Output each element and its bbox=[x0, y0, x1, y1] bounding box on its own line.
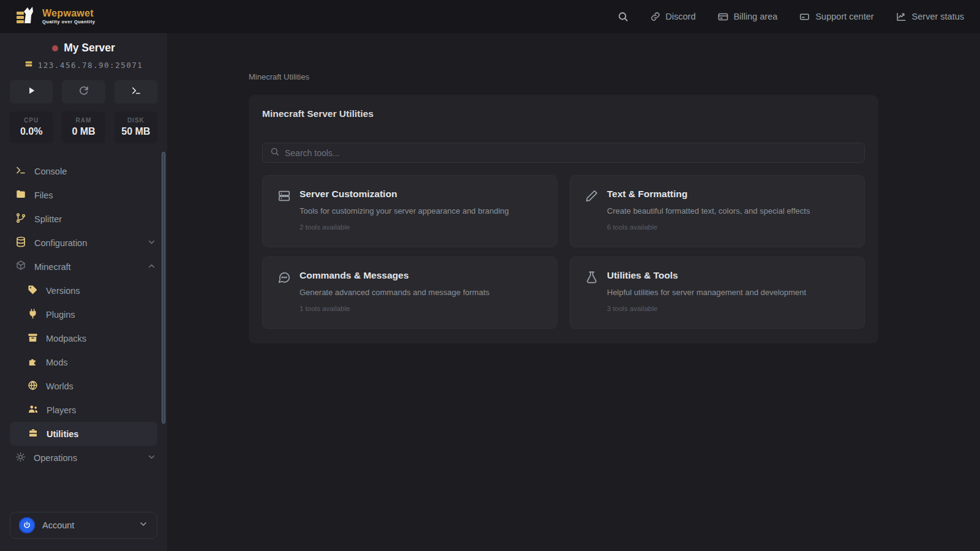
sidebar-item-operations[interactable]: Operations bbox=[0, 446, 167, 470]
sidebar-item-minecraft[interactable]: Minecraft bbox=[0, 255, 167, 279]
server-icon bbox=[277, 189, 291, 234]
sidebar-item-label: Configuration bbox=[34, 238, 87, 248]
topbar: Wepwawet Quality over Quantity Discord B… bbox=[0, 0, 980, 33]
cube-icon bbox=[15, 260, 26, 273]
logo-title: Wepwawet bbox=[42, 8, 95, 19]
sidebar-item-label: Plugins bbox=[46, 310, 75, 320]
archive-icon bbox=[28, 332, 38, 345]
gear-icon bbox=[15, 452, 26, 464]
terminal-icon bbox=[130, 85, 141, 99]
sidebar-item-label: Worlds bbox=[46, 381, 74, 391]
sidebar-item-utilities[interactable]: Utilities bbox=[10, 422, 157, 446]
chevron-down-icon bbox=[138, 519, 148, 531]
play-icon bbox=[26, 85, 37, 99]
sidebar-item-plugins[interactable]: Plugins bbox=[0, 302, 167, 326]
stat-label: DISK bbox=[117, 117, 155, 124]
pencil-icon bbox=[585, 189, 598, 234]
message-icon bbox=[277, 271, 291, 315]
card-title: Utilities & Tools bbox=[607, 270, 806, 281]
card-description: Tools for customizing your server appear… bbox=[300, 206, 509, 216]
wepwawet-logo-icon bbox=[16, 6, 37, 28]
card-server-customization[interactable]: Server Customization Tools for customizi… bbox=[262, 175, 557, 247]
git-branch-icon bbox=[15, 212, 26, 225]
card-description: Generate advanced commands and message f… bbox=[300, 288, 489, 297]
restart-button[interactable] bbox=[62, 80, 105, 103]
ram-stat: RAM 0 MB bbox=[62, 111, 105, 143]
support-icon bbox=[799, 12, 810, 22]
chevron-down-icon bbox=[147, 452, 156, 463]
sidebar-item-splitter[interactable]: Splitter bbox=[0, 207, 167, 231]
plug-icon bbox=[28, 309, 38, 321]
sidebar-item-label: Versions bbox=[46, 286, 80, 296]
server-status-dot bbox=[52, 45, 58, 51]
card-description: Helpful utilities for server management … bbox=[607, 288, 806, 297]
topnav-label: Server status bbox=[912, 12, 964, 21]
sidebar-item-label: Operations bbox=[34, 453, 77, 463]
search-input[interactable] bbox=[285, 148, 857, 158]
tag-icon bbox=[28, 285, 38, 297]
sidebar-item-label: Splitter bbox=[34, 214, 62, 224]
card-commands-messages[interactable]: Commands & Messages Generate advanced co… bbox=[262, 257, 557, 329]
server-stack-icon bbox=[24, 60, 33, 70]
chevron-down-icon bbox=[147, 238, 156, 249]
disk-stat: DISK 50 MB bbox=[115, 111, 157, 143]
account-menu[interactable]: Account bbox=[10, 512, 157, 539]
topnav-discord[interactable]: Discord bbox=[650, 12, 696, 21]
sidebar-item-versions[interactable]: Versions bbox=[0, 279, 167, 302]
card-text-formatting[interactable]: Text & Formatting Create beautiful forma… bbox=[570, 175, 865, 247]
stat-value: 0 MB bbox=[64, 126, 102, 137]
server-ip-text: 123.456.78.90:25071 bbox=[38, 61, 143, 70]
folder-icon bbox=[15, 189, 26, 201]
sidebar-item-files[interactable]: Files bbox=[0, 183, 167, 207]
sidebar-scrollbar[interactable] bbox=[162, 152, 165, 424]
start-button[interactable] bbox=[10, 80, 53, 103]
search-icon bbox=[270, 147, 279, 159]
card-tool-count: 6 tools available bbox=[607, 223, 810, 231]
database-icon bbox=[15, 236, 26, 249]
sidebar-item-console[interactable]: Console bbox=[0, 159, 167, 183]
flask-icon bbox=[585, 271, 598, 315]
utilities-panel: Minecraft Server Utilities Server Custom… bbox=[249, 95, 878, 343]
server-ip[interactable]: 123.456.78.90:25071 bbox=[0, 60, 167, 70]
chevron-up-icon bbox=[147, 261, 156, 272]
topnav-label: Billing area bbox=[734, 12, 778, 21]
main-content: Minecraft Utilities Minecraft Server Uti… bbox=[167, 33, 980, 551]
console-button[interactable] bbox=[115, 80, 157, 103]
account-label: Account bbox=[42, 520, 74, 530]
topnav-support[interactable]: Support center bbox=[799, 12, 873, 22]
topnav-server-status[interactable]: Server status bbox=[896, 12, 964, 22]
sidebar-item-label: Utilities bbox=[47, 429, 78, 439]
stat-label: CPU bbox=[12, 117, 50, 124]
tools-search[interactable] bbox=[262, 143, 865, 163]
sidebar-item-label: Modpacks bbox=[46, 334, 86, 343]
sidebar-item-label: Minecraft bbox=[34, 262, 71, 272]
sidebar-item-modpacks[interactable]: Modpacks bbox=[0, 326, 167, 350]
logo-tagline: Quality over Quantity bbox=[42, 20, 95, 25]
card-tool-count: 3 tools available bbox=[607, 305, 806, 312]
sidebar-item-configuration[interactable]: Configuration bbox=[0, 231, 167, 255]
sidebar-item-players[interactable]: Players bbox=[0, 398, 167, 422]
credit-card-icon bbox=[718, 12, 728, 22]
card-utilities-tools[interactable]: Utilities & Tools Helpful utilities for … bbox=[570, 257, 865, 329]
sidebar-item-label: Players bbox=[47, 405, 76, 415]
panel-title: Minecraft Server Utilities bbox=[262, 108, 865, 119]
link-icon bbox=[650, 12, 660, 21]
server-name: My Server bbox=[64, 42, 115, 54]
puzzle-icon bbox=[28, 356, 38, 369]
sidebar-item-mods[interactable]: Mods bbox=[0, 350, 167, 374]
stat-value: 50 MB bbox=[117, 126, 155, 137]
wepwawet-logo[interactable]: Wepwawet Quality over Quantity bbox=[16, 6, 95, 28]
chart-icon bbox=[896, 12, 907, 22]
stat-value: 0.0% bbox=[12, 126, 50, 137]
globe-icon bbox=[28, 380, 38, 392]
card-title: Server Customization bbox=[300, 189, 509, 200]
search-icon[interactable] bbox=[617, 11, 628, 22]
sidebar-item-worlds[interactable]: Worlds bbox=[0, 374, 167, 398]
topnav-label: Discord bbox=[666, 12, 696, 21]
topnav-billing[interactable]: Billing area bbox=[718, 12, 778, 22]
sidebar-item-label: Mods bbox=[46, 358, 67, 367]
terminal-icon bbox=[15, 165, 26, 178]
card-tool-count: 2 tools available bbox=[300, 223, 509, 231]
cpu-stat: CPU 0.0% bbox=[10, 111, 53, 143]
sidebar-item-label: Console bbox=[34, 167, 67, 176]
